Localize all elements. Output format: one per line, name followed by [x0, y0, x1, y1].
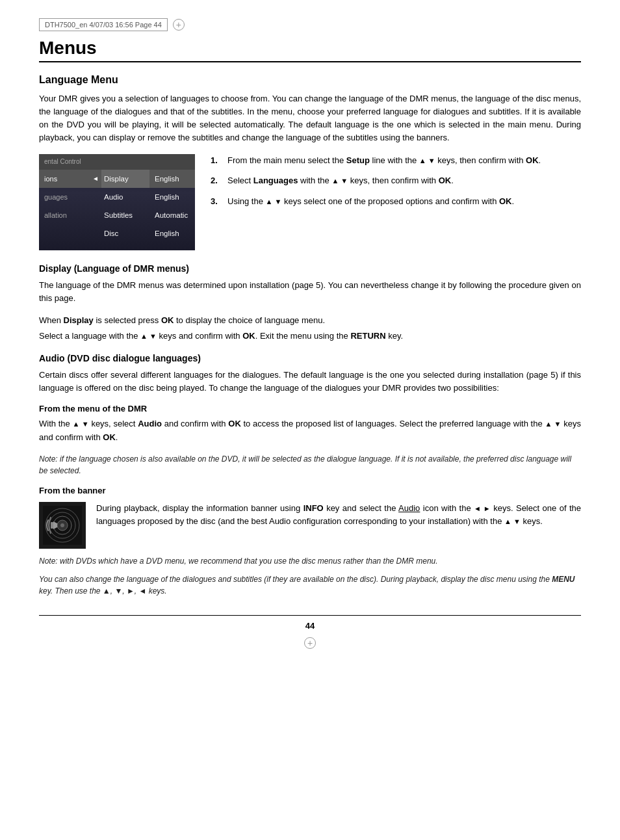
step-1: 1. From the main menu select the Setup l…	[211, 154, 581, 167]
page-header: DTH7500_en 4/07/03 16:56 Page 44	[39, 18, 581, 31]
banner-arrows-lr: ◄ ►	[474, 505, 491, 512]
step-3: 3. Using the ▲ ▼ keys select one of the …	[211, 195, 581, 208]
step-1-num: 1.	[211, 154, 224, 167]
language-menu-intro: Your DMR gives you a selection of langua…	[39, 92, 581, 145]
audio-note1: Note: if the language chosen is also ava…	[39, 453, 581, 477]
step-3-ok: OK	[499, 196, 512, 206]
menu-left-guages: guages	[39, 193, 90, 201]
menu-value-english2: English	[149, 193, 191, 201]
crosshair-icon-top	[173, 19, 185, 31]
menu-value-english1: English	[149, 175, 191, 183]
svg-rect-6	[51, 522, 53, 529]
menu-item-disc: Disc	[101, 224, 149, 243]
from-menu-ok1: OK	[228, 419, 241, 428]
audio-note2: Note: with DVDs which have a DVD menu, w…	[39, 555, 581, 567]
display-text-1: The language of the DMR menus was determ…	[39, 279, 581, 305]
menu-value-automatic: Automatic	[149, 211, 191, 219]
menu-section: ental Control ions ◄ Display English gua…	[39, 154, 581, 250]
menu-image-inner: ental Control ions ◄ Display English gua…	[39, 154, 195, 250]
menu-left-ions: ions	[39, 175, 90, 183]
header-text: DTH7500_en 4/07/03 16:56 Page 44	[39, 18, 168, 31]
audio-note3: You can also change the language of the …	[39, 573, 581, 597]
step-2-languages: Languages	[253, 176, 298, 185]
menu-screenshot: ental Control ions ◄ Display English gua…	[39, 154, 195, 250]
note3-menu: MENU	[552, 575, 575, 584]
svg-point-5	[60, 523, 64, 527]
display-text-2: When Display is selected press OK to dis…	[39, 314, 581, 327]
bottom-rule	[39, 615, 581, 616]
from-menu-audio: Audio	[138, 419, 162, 428]
audio-section-heading: Audio (DVD disc dialogue languages)	[39, 353, 581, 363]
menu-row-display: ions ◄ Display English	[39, 170, 195, 188]
from-menu-text: With the ▲ ▼ keys, select Audio and conf…	[39, 417, 581, 443]
banner-section: During playback, display the information…	[39, 502, 581, 549]
display-section-heading: Display (Language of DMR menus)	[39, 263, 581, 274]
steps-column: 1. From the main menu select the Setup l…	[211, 154, 581, 250]
step-1-ok: OK	[526, 155, 539, 165]
language-menu-heading: Language Menu	[39, 74, 581, 86]
from-menu-arrows1: ▲ ▼	[73, 420, 89, 428]
page-title: Menus	[39, 38, 581, 59]
menu-row-disc: Disc English	[39, 224, 195, 243]
audio-text-1: Certain discs offer several different la…	[39, 369, 581, 395]
step-2: 2. Select Languages with the ▲ ▼ keys, t…	[211, 174, 581, 187]
menu-top-row: ental Control	[39, 154, 195, 170]
step-1-arrows: ▲ ▼	[419, 157, 435, 164]
step-2-text: Select Languages with the ▲ ▼ keys, then…	[227, 174, 581, 187]
page-number: 44	[39, 621, 581, 631]
menu-item-subtitles: Subtitles	[101, 206, 149, 224]
banner-text: During playback, display the information…	[96, 502, 581, 528]
banner-audio-underline: Audio	[398, 503, 420, 513]
page-wrapper: DTH7500_en 4/07/03 16:56 Page 44 Menus L…	[0, 0, 620, 840]
step-3-text: Using the ▲ ▼ keys select one of the pro…	[227, 195, 581, 208]
menu-row-audio: guages Audio English	[39, 188, 195, 206]
display-bold-display: Display	[64, 315, 94, 325]
step-2-arrows: ▲ ▼	[331, 177, 348, 185]
display-return: RETURN	[350, 331, 385, 341]
menu-top-label: ental Control	[44, 158, 81, 165]
banner-info: INFO	[304, 503, 324, 513]
menu-item-audio: Audio	[101, 188, 149, 206]
menu-row-subtitles: allation Subtitles Automatic	[39, 206, 195, 224]
menu-arrow-left: ◄	[90, 175, 101, 182]
audio-disc-svg	[43, 506, 82, 545]
display-text-3: Select a language with the ▲ ▼ keys and …	[39, 330, 581, 343]
step-1-setup: Setup	[346, 155, 370, 165]
menu-item-display: Display	[101, 170, 149, 188]
from-banner-heading: From the banner	[39, 486, 581, 495]
from-menu-ok2: OK	[103, 432, 116, 442]
bottom-crosshair-wrapper	[39, 637, 581, 649]
header-left: DTH7500_en 4/07/03 16:56 Page 44	[39, 18, 185, 31]
from-menu-arrows2: ▲ ▼	[545, 420, 561, 428]
banner-arrows-ud: ▲ ▼	[504, 518, 521, 525]
display-arrows: ▲ ▼	[140, 332, 157, 340]
from-menu-heading: From the menu of the DMR	[39, 404, 581, 413]
display-ok2: OK	[242, 331, 255, 341]
menu-left-allation: allation	[39, 211, 90, 219]
audio-disc-icon	[39, 502, 86, 549]
step-3-num: 3.	[211, 195, 224, 208]
step-2-num: 2.	[211, 174, 224, 187]
step-2-ok: OK	[439, 176, 452, 185]
menu-value-english3: English	[149, 230, 191, 237]
title-rule	[39, 61, 581, 62]
step-3-arrows: ▲ ▼	[266, 198, 282, 205]
display-ok1: OK	[161, 315, 174, 325]
crosshair-icon-bottom	[304, 637, 316, 649]
step-1-text: From the main menu select the Setup line…	[227, 154, 581, 167]
